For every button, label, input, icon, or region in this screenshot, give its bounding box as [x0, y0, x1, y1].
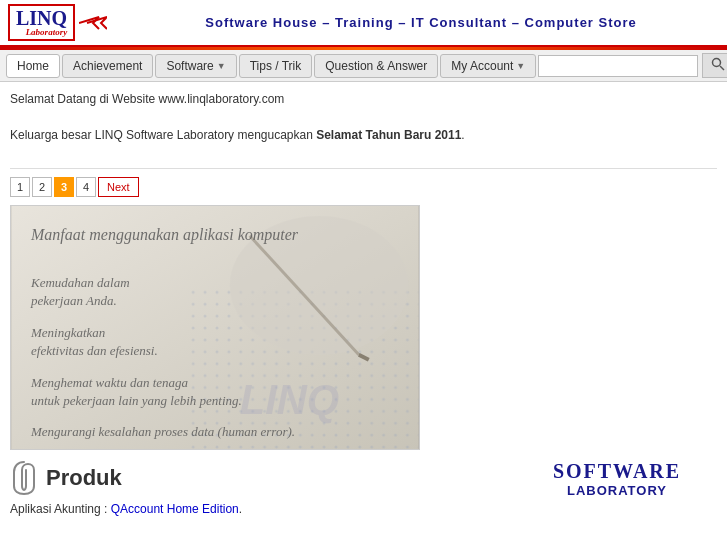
- nav-qa[interactable]: Question & Answer: [314, 54, 438, 78]
- app-suffix: .: [239, 502, 242, 516]
- logo-text: LINQ: [16, 7, 67, 29]
- chevron-down-icon: ▼: [217, 61, 226, 71]
- products-section: Produk Aplikasi Akunting : QAccount Home…: [10, 460, 717, 526]
- welcome-subtext: Keluarga besar LINQ Software Laboratory …: [10, 128, 717, 142]
- navbar: Home Achievement Software ▼ Tips / Trik …: [0, 50, 727, 82]
- page-2-button[interactable]: 2: [32, 177, 52, 197]
- search-icon: [711, 57, 725, 71]
- next-button[interactable]: Next: [98, 177, 139, 197]
- app-label: Aplikasi Akunting :: [10, 502, 107, 516]
- product-icon-area: Produk: [10, 460, 517, 496]
- banner-text-3: Meningkatkan efektivitas dan efesiensi.: [31, 324, 158, 360]
- pagination: 1 2 3 4 Next: [10, 177, 717, 197]
- nav-myaccount-label: My Account: [451, 59, 513, 73]
- page-4-button[interactable]: 4: [76, 177, 96, 197]
- banner-area: LINQ Manfaat menggunakan aplikasi komput…: [10, 205, 420, 450]
- nav-home[interactable]: Home: [6, 54, 60, 78]
- tagline-area: Software House – Training – IT Consultan…: [123, 15, 719, 30]
- svg-line-1: [720, 66, 724, 70]
- banner-text-2: Kemudahan dalam pekerjaan Anda.: [31, 274, 130, 310]
- nav-myaccount[interactable]: My Account ▼: [440, 54, 536, 78]
- welcome-text: Selamat Datang di Website www.linqlabora…: [10, 92, 717, 106]
- welcome-suffix: .: [461, 128, 464, 142]
- welcome-prefix: Keluarga besar LINQ Software Laboratory …: [10, 128, 316, 142]
- welcome-bold: Selamat Tahun Baru 2011: [316, 128, 461, 142]
- banner-text-5: Mengurangi kesalahan proses data (human …: [31, 424, 295, 440]
- nav-software[interactable]: Software ▼: [155, 54, 236, 78]
- banner-text-1: Manfaat menggunakan aplikasi komputer: [31, 226, 298, 244]
- app-link[interactable]: QAccount Home Edition: [111, 502, 239, 516]
- page-3-button[interactable]: 3: [54, 177, 74, 197]
- logo-arrow-icon: [79, 14, 107, 32]
- nav-software-label: Software: [166, 59, 213, 73]
- right-logo-laboratory: LABORATORY: [517, 483, 717, 498]
- banner-text-4: Menghemat waktu dan tenaga untuk pekerja…: [31, 374, 242, 410]
- nav-achievement[interactable]: Achievement: [62, 54, 153, 78]
- logo-area: LINQ Laboratory: [8, 4, 107, 41]
- logo-subtitle: Laboratory: [16, 28, 67, 37]
- right-logo-software: SOFTWARE: [517, 460, 717, 483]
- svg-text:LINQ: LINQ: [240, 376, 339, 424]
- product-left: Produk Aplikasi Akunting : QAccount Home…: [10, 460, 517, 516]
- page-1-button[interactable]: 1: [10, 177, 30, 197]
- nav-tips[interactable]: Tips / Trik: [239, 54, 313, 78]
- product-title: Produk: [46, 465, 122, 491]
- product-right: SOFTWARE LABORATORY: [517, 460, 717, 498]
- search-button[interactable]: [702, 53, 727, 78]
- tagline: Software House – Training – IT Consultan…: [205, 15, 636, 30]
- logo: LINQ Laboratory: [8, 4, 75, 41]
- svg-point-0: [713, 59, 721, 67]
- chevron-down-icon-2: ▼: [516, 61, 525, 71]
- search-area: [538, 53, 727, 78]
- search-input[interactable]: [538, 55, 698, 77]
- content-divider: [10, 168, 717, 169]
- content: Selamat Datang di Website www.linqlabora…: [0, 82, 727, 526]
- product-list: Aplikasi Akunting : QAccount Home Editio…: [10, 502, 517, 516]
- header: LINQ Laboratory Software House – Trainin…: [0, 0, 727, 47]
- paperclip-icon: [10, 460, 38, 496]
